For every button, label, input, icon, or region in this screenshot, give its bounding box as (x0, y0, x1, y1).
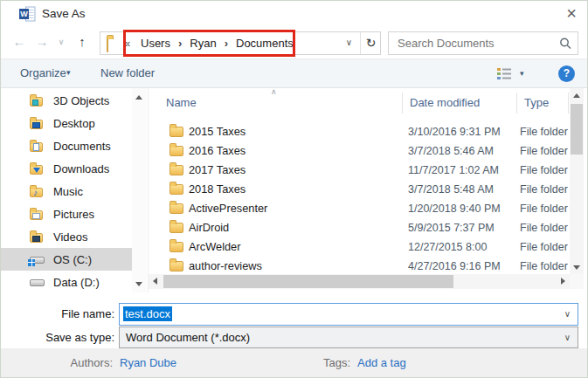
up-icon[interactable]: ↑ (73, 27, 91, 58)
column-divider[interactable] (568, 93, 569, 113)
file-name-input[interactable]: test.docx ∨ (119, 303, 578, 326)
breadcrumb-item-documents[interactable]: Documents (236, 37, 294, 50)
column-header-name[interactable]: Name (166, 88, 197, 118)
search-placeholder: Search Documents (398, 32, 495, 54)
folder-icon (169, 242, 183, 252)
title-bar: W Save As × (1, 1, 588, 27)
close-icon[interactable]: × (558, 1, 585, 27)
sidebar-scroll-up-icon[interactable] (132, 90, 146, 104)
details-view-icon[interactable] (497, 68, 511, 82)
os-drive-icon (30, 253, 45, 266)
horizontal-scroll-thumb[interactable] (163, 275, 453, 288)
authors-value-link[interactable]: Ryan Dube (120, 354, 176, 372)
vertical-scrollbar[interactable] (570, 88, 584, 274)
file-row-activepresenter[interactable]: ActivePresenter 1/20/2018 9:40 PM File f… (149, 199, 570, 218)
search-icon[interactable] (559, 37, 571, 52)
breadcrumb-item-users[interactable]: Users (141, 37, 170, 50)
videos-folder-icon (30, 230, 45, 244)
command-bar: Organize ▾ New folder ▾ ? (1, 58, 588, 88)
sidebar-item-3d-objects[interactable]: 3D Objects (1, 89, 132, 112)
music-folder-icon: ♪ (30, 185, 45, 198)
save-as-type-label: Save as type: (1, 327, 114, 348)
breadcrumb-item-ryan[interactable]: Ryan (190, 37, 216, 50)
column-headers: ∧ Name Date modified Type (149, 88, 570, 118)
file-name-label: File name: (1, 304, 114, 325)
sidebar-scrollbar[interactable] (132, 88, 147, 292)
organize-caret-icon[interactable]: ▾ (66, 59, 71, 86)
folder-icon (169, 261, 183, 271)
dialog-title: Save As (42, 1, 86, 27)
help-icon[interactable]: ? (558, 65, 575, 82)
sidebar-item-desktop[interactable]: Desktop (1, 112, 132, 134)
breadcrumb-overflow-icon[interactable]: « (124, 32, 130, 54)
breadcrumb-separator-icon: › (178, 37, 182, 50)
save-as-dialog: W Save As × ← → ∨ ↑ « Users › Ryan › Doc… (0, 0, 588, 378)
3d-objects-folder-icon (30, 94, 45, 107)
file-row-2017-taxes[interactable]: 2017 Taxes 11/7/2017 1:02 AM File folder (149, 161, 570, 180)
save-as-type-value: Word Document (*.docx) (126, 327, 250, 347)
vertical-scroll-thumb[interactable] (571, 104, 583, 155)
save-as-type-select[interactable]: Word Document (*.docx) ∨ (119, 326, 578, 348)
new-folder-button[interactable]: New folder (100, 59, 155, 87)
sidebar-item-documents[interactable]: Documents (1, 134, 132, 157)
file-row-2016-taxes[interactable]: 2016 Taxes 3/7/2018 5:46 AM File folder (149, 141, 570, 161)
address-bar[interactable]: « Users › Ryan › Documents ∨ ↻ (100, 31, 381, 55)
navigation-pane: 3D Objects Desktop Documents Downloads ♪… (1, 88, 148, 292)
add-a-tag-link[interactable]: Add a tag (357, 354, 406, 372)
folder-icon (169, 165, 183, 175)
folder-icon (169, 127, 183, 137)
scrollbar-corner (570, 274, 584, 289)
sidebar-scroll-down-icon[interactable] (132, 277, 146, 291)
file-row-airdroid[interactable]: AirDroid 5/9/2015 7:37 PM File folder (149, 218, 570, 237)
file-row-author-reviews[interactable]: author-reviews 4/27/2016 9:16 PM File fo… (149, 257, 570, 276)
save-form: File name: test.docx ∨ Save as type: Wor… (1, 292, 588, 378)
location-folder-icon (107, 38, 108, 52)
pictures-folder-icon (30, 208, 45, 221)
word-app-icon: W (19, 6, 37, 24)
view-caret-icon[interactable]: ▾ (520, 59, 524, 87)
sidebar-item-data-d[interactable]: Data (D:) (1, 271, 132, 293)
file-row-2018-taxes[interactable]: 2018 Taxes 3/7/2018 5:48 AM File folder (149, 180, 570, 199)
folder-icon (169, 223, 183, 233)
scroll-right-icon[interactable] (556, 274, 570, 288)
address-dropdown-icon[interactable]: ∨ (340, 32, 358, 54)
sidebar-item-pictures[interactable]: Pictures (1, 203, 132, 225)
recent-locations-icon[interactable]: ∨ (54, 27, 68, 58)
folder-icon (169, 184, 183, 195)
breadcrumb: Users › Ryan › Documents (136, 32, 294, 54)
refresh-icon[interactable]: ↻ (360, 32, 381, 54)
sidebar-item-os-c[interactable]: OS (C:) (1, 248, 132, 271)
address-row: ← → ∨ ↑ « Users › Ryan › Documents ∨ ↻ S… (1, 27, 588, 58)
sidebar-item-videos[interactable]: Videos (1, 225, 132, 248)
file-row-2015-taxes[interactable]: 2015 Taxes 3/10/2016 9:31 PM File folder (149, 122, 570, 141)
file-row-arcwelder[interactable]: ArcWelder 12/27/2015 8:00 File folder (149, 237, 570, 257)
forward-icon[interactable]: → (32, 27, 52, 58)
save-as-type-dropdown-icon[interactable]: ∨ (564, 327, 571, 348)
column-header-date-modified[interactable]: Date modified (410, 88, 480, 118)
sidebar-item-music[interactable]: ♪ Music (1, 180, 132, 203)
sort-ascending-icon: ∧ (271, 87, 277, 96)
column-divider[interactable] (516, 93, 517, 113)
breadcrumb-separator-icon: › (225, 37, 228, 50)
file-name-dropdown-icon[interactable]: ∨ (564, 304, 571, 325)
authors-label: Authors: (1, 354, 113, 372)
sidebar-item-downloads[interactable]: Downloads (1, 157, 132, 180)
scroll-down-icon[interactable] (570, 260, 584, 274)
tags-label: Tags: (298, 354, 350, 372)
scroll-up-icon[interactable] (570, 88, 584, 102)
search-box[interactable]: Search Documents (388, 31, 578, 55)
documents-folder-icon (30, 140, 45, 153)
folder-icon (169, 203, 183, 214)
folder-icon (169, 146, 183, 156)
file-list: ∧ Name Date modified Type 2015 Taxes 3/1… (148, 88, 588, 292)
column-header-type[interactable]: Type (524, 88, 549, 118)
file-name-value: test.docx (123, 306, 172, 321)
desktop-folder-icon (30, 117, 45, 130)
scroll-left-icon[interactable] (149, 274, 163, 288)
organize-button[interactable]: Organize (20, 59, 66, 87)
metadata-footer: Authors: Ryan Dube Tags: Add a tag (1, 348, 588, 378)
column-divider[interactable] (402, 93, 403, 113)
downloads-folder-icon (30, 162, 45, 175)
horizontal-scrollbar[interactable] (149, 274, 570, 289)
back-icon[interactable]: ← (10, 27, 29, 58)
